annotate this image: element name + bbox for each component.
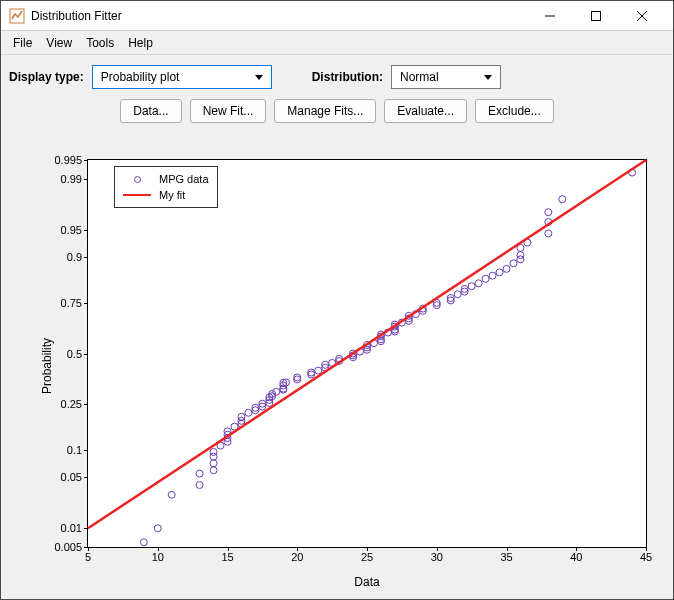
distribution-dropdown[interactable]: Normal <box>391 65 501 89</box>
data-point <box>196 482 203 489</box>
menu-file[interactable]: File <box>7 34 38 52</box>
app-icon <box>9 8 25 24</box>
exclude-button[interactable]: Exclude... <box>475 99 554 123</box>
menu-view[interactable]: View <box>40 34 78 52</box>
y-tick-label: 0.99 <box>61 173 82 185</box>
legend-marker-scatter-icon <box>123 176 151 183</box>
maximize-button[interactable] <box>573 1 619 31</box>
data-point <box>517 252 524 259</box>
y-tick-label: 0.995 <box>54 154 82 166</box>
data-point <box>315 367 322 374</box>
svg-rect-2 <box>592 11 601 20</box>
y-tick-label: 0.75 <box>61 297 82 309</box>
y-tick-label: 0.01 <box>61 522 82 534</box>
data-point <box>545 230 552 237</box>
x-tick-label: 20 <box>291 551 303 563</box>
y-tick-label: 0.005 <box>54 541 82 553</box>
x-tick-label: 30 <box>431 551 443 563</box>
svg-line-3 <box>637 11 647 21</box>
minimize-button[interactable] <box>527 1 573 31</box>
data-point <box>545 209 552 216</box>
x-axis-label: Data <box>87 575 647 589</box>
axes[interactable]: MPG data My fit 0.0050.010.050.10.250.50… <box>87 159 647 548</box>
fit-line <box>88 160 646 528</box>
titlebar[interactable]: Distribution Fitter <box>1 1 673 31</box>
display-type-label: Display type: <box>9 70 84 84</box>
data-point <box>510 260 517 267</box>
legend-entry-data: MPG data <box>123 171 209 187</box>
menu-tools[interactable]: Tools <box>80 34 120 52</box>
new-fit-button[interactable]: New Fit... <box>190 99 267 123</box>
x-tick-label: 5 <box>85 551 91 563</box>
data-point <box>154 525 161 532</box>
data-point <box>559 196 566 203</box>
y-tick-label: 0.9 <box>67 251 82 263</box>
x-tick-label: 10 <box>152 551 164 563</box>
data-point <box>168 491 175 498</box>
display-type-dropdown[interactable]: Probability plot <box>92 65 272 89</box>
menu-help[interactable]: Help <box>122 34 159 52</box>
legend-entry-fit: My fit <box>123 187 209 203</box>
y-tick-label: 0.95 <box>61 224 82 236</box>
plot-canvas <box>88 160 646 547</box>
button-row: Data... New Fit... Manage Fits... Evalua… <box>1 99 673 133</box>
data-point <box>210 448 217 455</box>
app-window: Distribution Fitter File View Tools Help… <box>0 0 674 600</box>
y-axis-label: Probability <box>40 338 54 394</box>
data-point <box>482 275 489 282</box>
evaluate-button[interactable]: Evaluate... <box>384 99 467 123</box>
data-button[interactable]: Data... <box>120 99 181 123</box>
menubar: File View Tools Help <box>1 31 673 55</box>
data-point <box>210 460 217 467</box>
plot-area: Probability Data MPG data My fit 0.0050.… <box>7 139 667 593</box>
distribution-value: Normal <box>400 70 439 84</box>
legend-label-data: MPG data <box>159 173 209 185</box>
data-point <box>210 467 217 474</box>
distribution-label: Distribution: <box>312 70 383 84</box>
x-tick-label: 45 <box>640 551 652 563</box>
y-tick-label: 0.5 <box>67 348 82 360</box>
y-tick-label: 0.25 <box>61 398 82 410</box>
data-point <box>489 272 496 279</box>
svg-line-4 <box>637 11 647 21</box>
data-point <box>196 470 203 477</box>
legend-label-fit: My fit <box>159 189 185 201</box>
display-type-value: Probability plot <box>101 70 180 84</box>
x-tick-label: 15 <box>221 551 233 563</box>
y-tick-label: 0.05 <box>61 471 82 483</box>
data-point <box>245 409 252 416</box>
x-tick-label: 25 <box>361 551 373 563</box>
data-point <box>468 283 475 290</box>
data-point <box>273 388 280 395</box>
legend[interactable]: MPG data My fit <box>114 166 218 208</box>
x-tick-label: 35 <box>500 551 512 563</box>
data-point <box>238 413 245 420</box>
x-tick-label: 40 <box>570 551 582 563</box>
y-tick-label: 0.1 <box>67 444 82 456</box>
data-point <box>503 265 510 272</box>
manage-fits-button[interactable]: Manage Fits... <box>274 99 376 123</box>
legend-marker-line-icon <box>123 194 151 196</box>
toolbar: Display type: Probability plot Distribut… <box>1 55 673 99</box>
data-point <box>496 269 503 276</box>
data-point <box>140 539 147 546</box>
close-button[interactable] <box>619 1 665 31</box>
window-title: Distribution Fitter <box>31 9 527 23</box>
data-point <box>475 280 482 287</box>
data-point <box>454 291 461 298</box>
